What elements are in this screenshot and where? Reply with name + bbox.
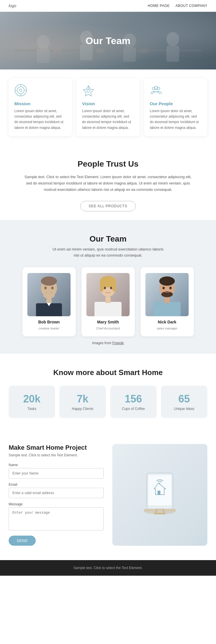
svg-point-13 — [17, 87, 24, 94]
svg-rect-54 — [144, 509, 176, 511]
name-field-group: Name — [9, 463, 104, 479]
trust-section: People Trust Us Sample text. Click to se… — [0, 145, 216, 220]
footer: Sample text. Click to select the Text El… — [0, 560, 216, 576]
team-title: Our Team — [12, 234, 204, 244]
svg-point-39 — [104, 287, 106, 289]
contact-section: Make Smart Home Project Sample text. Cli… — [0, 430, 216, 560]
svg-point-48 — [169, 287, 172, 289]
team-card-bob: Bob Brown creative leader — [22, 267, 76, 336]
mission-text: Lorem ipsum dolor sit amet, consectetur … — [14, 108, 66, 131]
svg-point-47 — [162, 287, 165, 289]
stats-title: Know more about Smart Home — [9, 368, 207, 377]
stat-ideas: 65 Unique Ideas — [161, 386, 207, 418]
vision-title: Vision — [82, 101, 134, 106]
stat-tasks: 20k Tasks — [9, 386, 55, 418]
stats-grid: 20k Tasks 7k Happy Clients 156 Cups of C… — [9, 386, 207, 418]
mary-photo — [86, 273, 130, 316]
see-all-products-button[interactable]: SEE ALL PRODUCTS — [80, 201, 136, 211]
logo: logo — [9, 3, 16, 8]
stats-section: Know more about Smart Home 20k Tasks 7k … — [0, 354, 216, 430]
trust-title: People Trust Us — [17, 159, 199, 169]
stat-tasks-label: Tasks — [13, 407, 51, 411]
name-label: Name — [9, 463, 104, 467]
bob-illustration — [27, 273, 71, 316]
nav-homepage[interactable]: HOME PAGE — [148, 4, 170, 8]
team-section: Our Team Ut enim ad minim veniam, quis n… — [0, 220, 216, 354]
stat-clients-label: Happy Clients — [64, 407, 101, 411]
svg-rect-55 — [154, 513, 166, 514]
svg-rect-6 — [123, 47, 136, 62]
freepik-link[interactable]: Freepik — [112, 341, 124, 345]
message-label: Message — [9, 502, 104, 506]
svg-point-20 — [152, 87, 155, 90]
people-title: Our People — [150, 101, 202, 106]
people-text: Lorem ipsum dolor sit amet, consectetur … — [150, 108, 202, 131]
nav-links: HOME PAGE ABOUT COMPANY — [148, 4, 207, 8]
mission-icon — [14, 84, 28, 98]
svg-point-52 — [159, 483, 160, 484]
email-label: Email — [9, 483, 104, 487]
svg-point-9 — [53, 48, 62, 53]
footer-text: Sample text. Click to select the Text El… — [9, 566, 207, 570]
navbar: logo HOME PAGE ABOUT COMPANY — [0, 0, 216, 12]
stat-tasks-number: 20k — [13, 393, 51, 405]
svg-rect-37 — [100, 282, 103, 292]
contact-image — [112, 444, 207, 546]
svg-point-1 — [37, 35, 50, 49]
svg-point-19 — [87, 89, 90, 92]
svg-rect-38 — [113, 282, 116, 292]
vision-card: Vision Lorem ipsum dolor sit amet, conse… — [76, 78, 140, 136]
svg-point-30 — [51, 287, 54, 289]
bob-photo — [27, 273, 71, 316]
svg-point-45 — [159, 276, 175, 286]
trust-text: Sample text. Click to select the Text El… — [24, 174, 192, 193]
svg-point-25 — [41, 276, 57, 286]
team-card-nick: Nick Dark sales manager — [141, 267, 194, 336]
email-field-group: Email — [9, 483, 104, 498]
nick-role: sales manager — [157, 327, 177, 330]
svg-rect-8 — [166, 46, 179, 62]
send-button[interactable]: SEND — [9, 536, 36, 546]
freepik-note: Images from Freepik — [12, 341, 204, 345]
contact-title: Make Smart Home Project — [9, 444, 104, 451]
message-input[interactable] — [9, 507, 104, 530]
svg-rect-43 — [164, 297, 170, 303]
cards-section: Mission Lorem ipsum dolor sit amet, cons… — [0, 69, 216, 145]
contact-subtitle: Sample text. Click to select the Text El… — [9, 453, 104, 457]
mary-name: Mary Smith — [86, 320, 130, 324]
svg-rect-4 — [80, 44, 93, 60]
svg-rect-51 — [158, 491, 160, 495]
svg-rect-34 — [105, 297, 111, 303]
vision-text: Lorem ipsum dolor sit amet, consectetur … — [82, 108, 134, 131]
hero-title: Our Team — [86, 35, 130, 46]
vision-icon — [82, 84, 96, 98]
team-card-mary: Mary Smith Chief Accountant — [82, 267, 135, 336]
email-input[interactable] — [9, 488, 104, 498]
svg-rect-33 — [94, 302, 122, 316]
mary-illustration — [86, 273, 130, 316]
team-cards: Bob Brown creative leader — [12, 267, 204, 336]
people-card: Our People Lorem ipsum dolor sit amet, c… — [144, 78, 207, 136]
stat-coffee-label: Cups of Coffee — [115, 407, 152, 411]
svg-rect-42 — [154, 302, 181, 316]
nav-about[interactable]: ABOUT COMPANY — [175, 4, 207, 8]
hero-section: Our Team — [0, 12, 216, 69]
nick-photo — [145, 273, 189, 316]
svg-point-40 — [110, 287, 112, 289]
stat-coffee: 156 Cups of Coffee — [110, 386, 157, 418]
nick-illustration — [145, 273, 189, 316]
name-input[interactable] — [9, 468, 104, 479]
svg-point-21 — [157, 87, 160, 90]
stat-clients-number: 7k — [64, 393, 101, 405]
stat-ideas-number: 65 — [165, 393, 203, 405]
bob-name: Bob Brown — [27, 320, 71, 324]
svg-point-29 — [44, 287, 47, 289]
svg-point-7 — [166, 32, 179, 46]
svg-point-31 — [43, 293, 55, 298]
svg-rect-2 — [37, 49, 50, 63]
mission-card: Mission Lorem ipsum dolor sit amet, cons… — [9, 78, 72, 136]
team-subtitle: Ut enim ad minim veniam, quis nostrud ex… — [50, 246, 166, 259]
svg-point-11 — [140, 48, 148, 53]
contact-form: Make Smart Home Project Sample text. Cli… — [9, 444, 104, 546]
freepik-text: Images from — [92, 341, 112, 345]
